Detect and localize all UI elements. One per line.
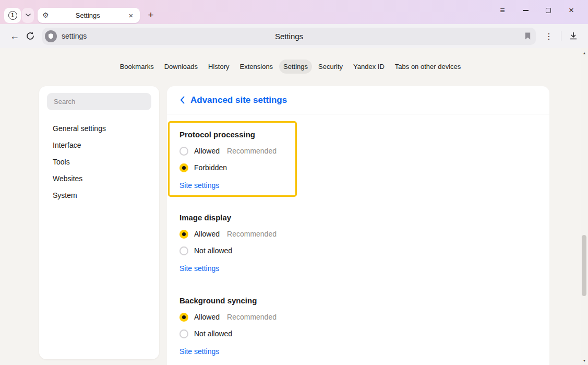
radio-button-selected[interactable] xyxy=(179,313,188,322)
page-scrollbar[interactable]: ▲ ▼ xyxy=(581,48,588,365)
panel-body: Protocol processing Allowed Recommended … xyxy=(167,114,549,365)
top-nav-item-security[interactable]: Security xyxy=(314,60,347,74)
panel-header: Advanced site settings xyxy=(167,86,549,114)
sidebar-item-system[interactable]: System xyxy=(53,187,159,204)
chevron-down-icon xyxy=(26,14,31,17)
tab-counter-badge: 1 xyxy=(8,11,17,20)
toolbar-divider xyxy=(561,31,561,41)
radio-label[interactable]: Allowed xyxy=(194,230,220,238)
recommended-note: Recommended xyxy=(227,147,277,155)
sidebar-item-tools[interactable]: Tools xyxy=(53,154,159,170)
sidebar-item-websites[interactable]: Websites xyxy=(53,170,159,187)
radio-label[interactable]: Allowed xyxy=(194,313,220,321)
gear-icon: ⚙ xyxy=(42,11,49,19)
radio-row-forbidden[interactable]: Forbidden xyxy=(179,159,537,176)
panel-back-title[interactable]: Advanced site settings xyxy=(190,95,287,105)
sidebar-list: General settings Interface Tools Website… xyxy=(39,120,159,204)
radio-row-allowed[interactable]: Allowed Recommended xyxy=(179,309,537,325)
downloads-button[interactable] xyxy=(566,28,581,44)
url-text: settings xyxy=(62,32,87,40)
toolbar-more-button[interactable]: ⋮ xyxy=(541,28,557,44)
radio-label[interactable]: Allowed xyxy=(194,147,220,155)
top-nav-item-downloads[interactable]: Downloads xyxy=(160,60,202,74)
refresh-icon xyxy=(26,31,35,41)
section-image-display: Image display Allowed Recommended Not al… xyxy=(179,213,537,273)
address-bar[interactable]: settings Settings xyxy=(42,28,536,45)
radio-label[interactable]: Not allowed xyxy=(194,246,232,255)
refresh-button[interactable] xyxy=(22,28,38,44)
top-nav-item-yandex-id[interactable]: Yandex ID xyxy=(349,60,389,74)
browser-toolbar: ← settings Settings ⋮ xyxy=(0,24,588,48)
chevron-left-icon[interactable] xyxy=(180,96,185,104)
site-protect-badge[interactable] xyxy=(45,30,57,42)
top-nav-item-history[interactable]: History xyxy=(204,60,233,74)
window-titlebar: 1 ⚙ Settings × + ≡ × xyxy=(0,0,588,24)
settings-top-nav: Bookmarks Downloads History Extensions S… xyxy=(0,60,581,74)
radio-row-not-allowed[interactable]: Not allowed xyxy=(179,242,537,259)
settings-sidebar: General settings Interface Tools Website… xyxy=(39,86,159,359)
minimize-button[interactable] xyxy=(514,0,537,21)
back-button[interactable]: ← xyxy=(7,28,22,44)
bookmark-icon xyxy=(524,31,532,41)
window-controls: ≡ × xyxy=(491,0,583,21)
minimize-icon xyxy=(523,10,529,11)
site-settings-link[interactable]: Site settings xyxy=(179,264,219,273)
section-title: Background syncing xyxy=(179,296,537,305)
radio-row-allowed[interactable]: Allowed Recommended xyxy=(179,143,537,159)
site-settings-link[interactable]: Site settings xyxy=(179,347,219,356)
shield-icon xyxy=(47,33,54,40)
page-title: Settings xyxy=(275,32,303,41)
radio-button[interactable] xyxy=(179,246,188,255)
maximize-icon xyxy=(546,8,551,13)
radio-row-allowed[interactable]: Allowed Recommended xyxy=(179,226,537,242)
hamburger-icon: ≡ xyxy=(500,6,505,15)
maximize-button[interactable] xyxy=(537,0,560,21)
kebab-menu-icon: ⋮ xyxy=(545,31,553,41)
sidebar-item-interface[interactable]: Interface xyxy=(53,137,159,154)
top-nav-item-settings[interactable]: Settings xyxy=(279,60,312,74)
section-background-syncing: Background syncing Allowed Recommended N… xyxy=(179,296,537,356)
sidebar-item-general-settings[interactable]: General settings xyxy=(53,120,159,137)
tab-title: Settings xyxy=(49,11,127,19)
radio-label[interactable]: Forbidden xyxy=(194,163,227,172)
close-window-button[interactable]: × xyxy=(560,0,583,21)
browser-menu-button[interactable]: ≡ xyxy=(491,0,514,21)
scroll-up-arrow[interactable]: ▲ xyxy=(581,49,588,56)
tab-close-icon[interactable]: × xyxy=(127,11,135,20)
tab-group-control: 1 xyxy=(4,8,34,23)
search-input[interactable] xyxy=(47,93,151,110)
radio-button-selected[interactable] xyxy=(179,230,188,239)
tab-strip: 1 ⚙ Settings × + xyxy=(4,7,158,23)
section-title: Image display xyxy=(179,213,537,222)
scroll-down-arrow[interactable]: ▼ xyxy=(581,357,588,364)
top-nav-item-bookmarks[interactable]: Bookmarks xyxy=(116,60,158,74)
bookmark-button[interactable] xyxy=(524,31,532,43)
recommended-note: Recommended xyxy=(227,313,277,321)
tab-counter-button[interactable]: 1 xyxy=(4,8,21,23)
browser-tab-settings[interactable]: ⚙ Settings × xyxy=(38,8,140,23)
recommended-note: Recommended xyxy=(227,230,277,238)
radio-row-not-allowed[interactable]: Not allowed xyxy=(179,325,537,342)
top-nav-item-extensions[interactable]: Extensions xyxy=(236,60,278,74)
radio-label[interactable]: Not allowed xyxy=(194,329,232,338)
new-tab-button[interactable]: + xyxy=(143,8,158,22)
download-icon xyxy=(569,31,578,41)
close-icon: × xyxy=(569,5,574,16)
radio-button[interactable] xyxy=(179,147,188,156)
radio-button[interactable] xyxy=(179,329,188,338)
top-nav-item-other-devices[interactable]: Tabs on other devices xyxy=(391,60,465,74)
settings-page: Bookmarks Downloads History Extensions S… xyxy=(0,48,581,365)
advanced-site-settings-panel: Advanced site settings Protocol processi… xyxy=(167,86,549,365)
section-protocol-processing: Protocol processing Allowed Recommended … xyxy=(179,130,537,190)
back-arrow-icon: ← xyxy=(10,31,19,42)
tab-list-dropdown-button[interactable] xyxy=(22,8,34,23)
section-title: Protocol processing xyxy=(179,130,537,139)
address-bar-left: settings xyxy=(45,28,87,45)
radio-button-selected[interactable] xyxy=(179,163,188,172)
site-settings-link[interactable]: Site settings xyxy=(179,181,219,190)
scrollbar-thumb[interactable] xyxy=(582,235,586,296)
